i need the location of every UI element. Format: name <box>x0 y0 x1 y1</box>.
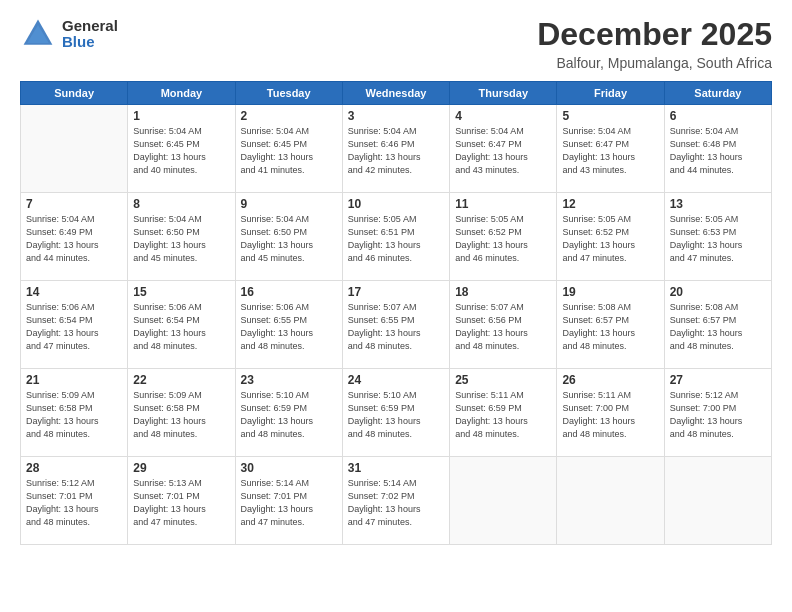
day-number: 3 <box>348 109 444 123</box>
day-number: 18 <box>455 285 551 299</box>
cell-info: Sunrise: 5:08 AM Sunset: 6:57 PM Dayligh… <box>562 301 658 353</box>
header-wednesday: Wednesday <box>342 82 449 105</box>
cell-info: Sunrise: 5:04 AM Sunset: 6:50 PM Dayligh… <box>241 213 337 265</box>
day-number: 13 <box>670 197 766 211</box>
logo-general-text: General <box>62 18 118 35</box>
cell-info: Sunrise: 5:04 AM Sunset: 6:50 PM Dayligh… <box>133 213 229 265</box>
calendar-cell <box>21 105 128 193</box>
calendar-week-4: 21Sunrise: 5:09 AM Sunset: 6:58 PM Dayli… <box>21 369 772 457</box>
logo-icon <box>20 16 56 52</box>
day-number: 10 <box>348 197 444 211</box>
title-block: December 2025 Balfour, Mpumalanga, South… <box>537 16 772 71</box>
header-tuesday: Tuesday <box>235 82 342 105</box>
cell-info: Sunrise: 5:14 AM Sunset: 7:01 PM Dayligh… <box>241 477 337 529</box>
day-number: 11 <box>455 197 551 211</box>
header-sunday: Sunday <box>21 82 128 105</box>
calendar-week-3: 14Sunrise: 5:06 AM Sunset: 6:54 PM Dayli… <box>21 281 772 369</box>
calendar-cell: 26Sunrise: 5:11 AM Sunset: 7:00 PM Dayli… <box>557 369 664 457</box>
cell-info: Sunrise: 5:10 AM Sunset: 6:59 PM Dayligh… <box>241 389 337 441</box>
day-number: 6 <box>670 109 766 123</box>
day-number: 25 <box>455 373 551 387</box>
calendar-cell: 14Sunrise: 5:06 AM Sunset: 6:54 PM Dayli… <box>21 281 128 369</box>
day-number: 26 <box>562 373 658 387</box>
header-monday: Monday <box>128 82 235 105</box>
calendar-cell: 27Sunrise: 5:12 AM Sunset: 7:00 PM Dayli… <box>664 369 771 457</box>
calendar-cell: 17Sunrise: 5:07 AM Sunset: 6:55 PM Dayli… <box>342 281 449 369</box>
calendar-cell: 2Sunrise: 5:04 AM Sunset: 6:45 PM Daylig… <box>235 105 342 193</box>
day-number: 5 <box>562 109 658 123</box>
cell-info: Sunrise: 5:12 AM Sunset: 7:00 PM Dayligh… <box>670 389 766 441</box>
day-number: 14 <box>26 285 122 299</box>
day-number: 28 <box>26 461 122 475</box>
calendar-cell: 23Sunrise: 5:10 AM Sunset: 6:59 PM Dayli… <box>235 369 342 457</box>
cell-info: Sunrise: 5:06 AM Sunset: 6:54 PM Dayligh… <box>26 301 122 353</box>
cell-info: Sunrise: 5:13 AM Sunset: 7:01 PM Dayligh… <box>133 477 229 529</box>
day-number: 2 <box>241 109 337 123</box>
cell-info: Sunrise: 5:10 AM Sunset: 6:59 PM Dayligh… <box>348 389 444 441</box>
header-friday: Friday <box>557 82 664 105</box>
day-header-row: Sunday Monday Tuesday Wednesday Thursday… <box>21 82 772 105</box>
cell-info: Sunrise: 5:04 AM Sunset: 6:45 PM Dayligh… <box>241 125 337 177</box>
cell-info: Sunrise: 5:04 AM Sunset: 6:47 PM Dayligh… <box>562 125 658 177</box>
calendar-cell: 13Sunrise: 5:05 AM Sunset: 6:53 PM Dayli… <box>664 193 771 281</box>
cell-info: Sunrise: 5:14 AM Sunset: 7:02 PM Dayligh… <box>348 477 444 529</box>
calendar-cell: 9Sunrise: 5:04 AM Sunset: 6:50 PM Daylig… <box>235 193 342 281</box>
location-title: Balfour, Mpumalanga, South Africa <box>537 55 772 71</box>
calendar-cell: 18Sunrise: 5:07 AM Sunset: 6:56 PM Dayli… <box>450 281 557 369</box>
calendar-cell: 31Sunrise: 5:14 AM Sunset: 7:02 PM Dayli… <box>342 457 449 545</box>
calendar-cell: 12Sunrise: 5:05 AM Sunset: 6:52 PM Dayli… <box>557 193 664 281</box>
month-title: December 2025 <box>537 16 772 53</box>
calendar-cell <box>450 457 557 545</box>
cell-info: Sunrise: 5:07 AM Sunset: 6:55 PM Dayligh… <box>348 301 444 353</box>
logo-blue-text: Blue <box>62 34 118 51</box>
day-number: 4 <box>455 109 551 123</box>
calendar-cell: 4Sunrise: 5:04 AM Sunset: 6:47 PM Daylig… <box>450 105 557 193</box>
day-number: 27 <box>670 373 766 387</box>
cell-info: Sunrise: 5:05 AM Sunset: 6:52 PM Dayligh… <box>562 213 658 265</box>
cell-info: Sunrise: 5:06 AM Sunset: 6:55 PM Dayligh… <box>241 301 337 353</box>
calendar-table: Sunday Monday Tuesday Wednesday Thursday… <box>20 81 772 545</box>
calendar-cell: 25Sunrise: 5:11 AM Sunset: 6:59 PM Dayli… <box>450 369 557 457</box>
calendar-cell: 6Sunrise: 5:04 AM Sunset: 6:48 PM Daylig… <box>664 105 771 193</box>
cell-info: Sunrise: 5:04 AM Sunset: 6:49 PM Dayligh… <box>26 213 122 265</box>
calendar-cell: 3Sunrise: 5:04 AM Sunset: 6:46 PM Daylig… <box>342 105 449 193</box>
cell-info: Sunrise: 5:09 AM Sunset: 6:58 PM Dayligh… <box>133 389 229 441</box>
calendar-cell <box>664 457 771 545</box>
day-number: 22 <box>133 373 229 387</box>
calendar-cell: 15Sunrise: 5:06 AM Sunset: 6:54 PM Dayli… <box>128 281 235 369</box>
day-number: 16 <box>241 285 337 299</box>
calendar-week-2: 7Sunrise: 5:04 AM Sunset: 6:49 PM Daylig… <box>21 193 772 281</box>
calendar-cell: 29Sunrise: 5:13 AM Sunset: 7:01 PM Dayli… <box>128 457 235 545</box>
calendar-cell: 21Sunrise: 5:09 AM Sunset: 6:58 PM Dayli… <box>21 369 128 457</box>
calendar-cell: 5Sunrise: 5:04 AM Sunset: 6:47 PM Daylig… <box>557 105 664 193</box>
cell-info: Sunrise: 5:04 AM Sunset: 6:46 PM Dayligh… <box>348 125 444 177</box>
day-number: 9 <box>241 197 337 211</box>
calendar-cell: 24Sunrise: 5:10 AM Sunset: 6:59 PM Dayli… <box>342 369 449 457</box>
calendar-cell: 30Sunrise: 5:14 AM Sunset: 7:01 PM Dayli… <box>235 457 342 545</box>
day-number: 30 <box>241 461 337 475</box>
day-number: 7 <box>26 197 122 211</box>
cell-info: Sunrise: 5:05 AM Sunset: 6:51 PM Dayligh… <box>348 213 444 265</box>
calendar-cell: 28Sunrise: 5:12 AM Sunset: 7:01 PM Dayli… <box>21 457 128 545</box>
calendar-cell: 8Sunrise: 5:04 AM Sunset: 6:50 PM Daylig… <box>128 193 235 281</box>
cell-info: Sunrise: 5:04 AM Sunset: 6:48 PM Dayligh… <box>670 125 766 177</box>
cell-info: Sunrise: 5:08 AM Sunset: 6:57 PM Dayligh… <box>670 301 766 353</box>
day-number: 8 <box>133 197 229 211</box>
cell-info: Sunrise: 5:12 AM Sunset: 7:01 PM Dayligh… <box>26 477 122 529</box>
day-number: 31 <box>348 461 444 475</box>
day-number: 17 <box>348 285 444 299</box>
calendar-cell: 19Sunrise: 5:08 AM Sunset: 6:57 PM Dayli… <box>557 281 664 369</box>
cell-info: Sunrise: 5:06 AM Sunset: 6:54 PM Dayligh… <box>133 301 229 353</box>
cell-info: Sunrise: 5:11 AM Sunset: 6:59 PM Dayligh… <box>455 389 551 441</box>
cell-info: Sunrise: 5:05 AM Sunset: 6:52 PM Dayligh… <box>455 213 551 265</box>
cell-info: Sunrise: 5:04 AM Sunset: 6:47 PM Dayligh… <box>455 125 551 177</box>
day-number: 1 <box>133 109 229 123</box>
day-number: 23 <box>241 373 337 387</box>
calendar-cell: 20Sunrise: 5:08 AM Sunset: 6:57 PM Dayli… <box>664 281 771 369</box>
calendar-week-5: 28Sunrise: 5:12 AM Sunset: 7:01 PM Dayli… <box>21 457 772 545</box>
calendar-cell: 11Sunrise: 5:05 AM Sunset: 6:52 PM Dayli… <box>450 193 557 281</box>
logo: General Blue <box>20 16 118 52</box>
day-number: 20 <box>670 285 766 299</box>
day-number: 21 <box>26 373 122 387</box>
day-number: 15 <box>133 285 229 299</box>
